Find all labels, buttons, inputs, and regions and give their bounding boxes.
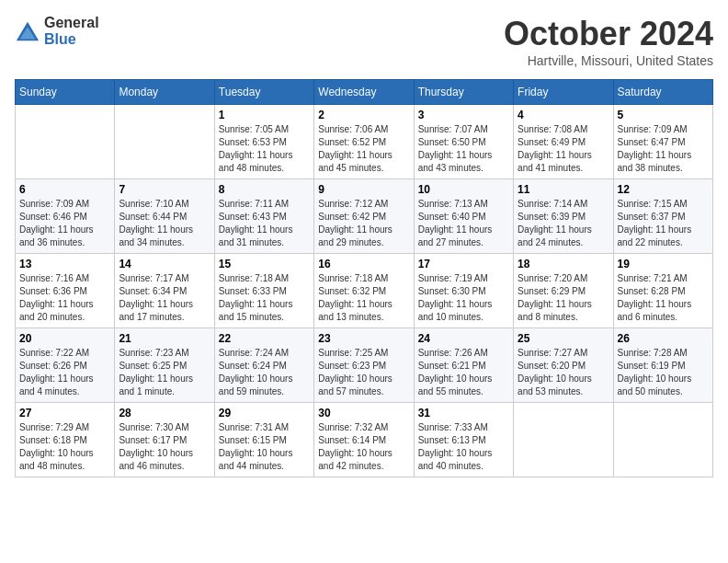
calendar-cell: 22Sunrise: 7:24 AM Sunset: 6:24 PM Dayli… — [214, 328, 313, 403]
day-number: 17 — [418, 258, 509, 270]
calendar-cell: 13Sunrise: 7:16 AM Sunset: 6:36 PM Dayli… — [16, 254, 115, 328]
day-number: 21 — [119, 332, 210, 345]
calendar-week-row: 27Sunrise: 7:29 AM Sunset: 6:18 PM Dayli… — [16, 403, 713, 477]
calendar-header-row: SundayMondayTuesdayWednesdayThursdayFrid… — [16, 80, 713, 105]
logo-text: General Blue — [44, 15, 99, 47]
calendar-cell: 7Sunrise: 7:10 AM Sunset: 6:44 PM Daylig… — [115, 179, 214, 254]
calendar-cell: 3Sunrise: 7:07 AM Sunset: 6:50 PM Daylig… — [414, 105, 513, 179]
logo-blue: Blue — [44, 31, 99, 48]
calendar-cell: 20Sunrise: 7:22 AM Sunset: 6:26 PM Dayli… — [16, 328, 115, 403]
calendar-cell: 30Sunrise: 7:32 AM Sunset: 6:14 PM Dayli… — [314, 403, 414, 477]
calendar-cell: 9Sunrise: 7:12 AM Sunset: 6:42 PM Daylig… — [314, 179, 414, 254]
calendar-cell: 10Sunrise: 7:13 AM Sunset: 6:40 PM Dayli… — [414, 179, 513, 254]
calendar-day-header: Friday — [514, 80, 613, 105]
calendar-day-header: Tuesday — [214, 80, 313, 105]
calendar-cell: 24Sunrise: 7:26 AM Sunset: 6:21 PM Dayli… — [414, 328, 513, 403]
day-info: Sunrise: 7:25 AM Sunset: 6:23 PM Dayligh… — [318, 347, 409, 398]
day-info: Sunrise: 7:24 AM Sunset: 6:24 PM Dayligh… — [219, 347, 310, 398]
calendar-cell: 1Sunrise: 7:05 AM Sunset: 6:53 PM Daylig… — [214, 105, 313, 179]
day-info: Sunrise: 7:30 AM Sunset: 6:17 PM Dayligh… — [119, 421, 210, 473]
day-number: 15 — [219, 258, 310, 270]
day-info: Sunrise: 7:33 AM Sunset: 6:13 PM Dayligh… — [418, 421, 509, 473]
day-number: 7 — [119, 183, 210, 196]
day-info: Sunrise: 7:14 AM Sunset: 6:39 PM Dayligh… — [518, 198, 609, 249]
calendar-cell — [514, 403, 613, 477]
day-info: Sunrise: 7:13 AM Sunset: 6:40 PM Dayligh… — [418, 198, 509, 249]
day-info: Sunrise: 7:11 AM Sunset: 6:43 PM Dayligh… — [219, 198, 310, 249]
day-number: 26 — [618, 332, 709, 345]
day-number: 16 — [318, 258, 409, 270]
day-number: 3 — [418, 109, 509, 121]
calendar-cell: 8Sunrise: 7:11 AM Sunset: 6:43 PM Daylig… — [214, 179, 313, 254]
day-info: Sunrise: 7:21 AM Sunset: 6:28 PM Dayligh… — [618, 272, 709, 324]
day-info: Sunrise: 7:06 AM Sunset: 6:52 PM Dayligh… — [318, 123, 409, 175]
day-info: Sunrise: 7:18 AM Sunset: 6:33 PM Dayligh… — [219, 272, 310, 324]
day-number: 24 — [418, 332, 509, 345]
day-info: Sunrise: 7:05 AM Sunset: 6:53 PM Dayligh… — [219, 123, 310, 175]
day-number: 31 — [418, 407, 509, 419]
logo: General Blue — [15, 15, 99, 47]
calendar-cell: 15Sunrise: 7:18 AM Sunset: 6:33 PM Dayli… — [214, 254, 313, 328]
calendar-day-header: Sunday — [16, 80, 115, 105]
day-number: 6 — [19, 183, 110, 196]
day-number: 8 — [219, 183, 310, 196]
calendar-cell: 16Sunrise: 7:18 AM Sunset: 6:32 PM Dayli… — [314, 254, 414, 328]
day-info: Sunrise: 7:09 AM Sunset: 6:47 PM Dayligh… — [618, 123, 709, 175]
day-number: 5 — [618, 109, 709, 121]
day-number: 25 — [518, 332, 609, 345]
day-info: Sunrise: 7:31 AM Sunset: 6:15 PM Dayligh… — [219, 421, 310, 473]
day-number: 1 — [219, 109, 310, 121]
day-number: 29 — [219, 407, 310, 419]
day-number: 20 — [19, 332, 110, 345]
calendar-cell: 6Sunrise: 7:09 AM Sunset: 6:46 PM Daylig… — [16, 179, 115, 254]
day-info: Sunrise: 7:32 AM Sunset: 6:14 PM Dayligh… — [318, 421, 409, 473]
calendar-week-row: 6Sunrise: 7:09 AM Sunset: 6:46 PM Daylig… — [16, 179, 713, 254]
day-number: 11 — [518, 183, 609, 196]
day-info: Sunrise: 7:28 AM Sunset: 6:19 PM Dayligh… — [618, 347, 709, 398]
calendar-cell: 19Sunrise: 7:21 AM Sunset: 6:28 PM Dayli… — [613, 254, 712, 328]
calendar-table: SundayMondayTuesdayWednesdayThursdayFrid… — [15, 79, 713, 477]
day-number: 23 — [318, 332, 409, 345]
calendar-cell: 26Sunrise: 7:28 AM Sunset: 6:19 PM Dayli… — [613, 328, 712, 403]
day-number: 30 — [318, 407, 409, 419]
day-number: 13 — [19, 258, 110, 270]
day-info: Sunrise: 7:20 AM Sunset: 6:29 PM Dayligh… — [518, 272, 609, 324]
day-info: Sunrise: 7:18 AM Sunset: 6:32 PM Dayligh… — [318, 272, 409, 324]
day-info: Sunrise: 7:12 AM Sunset: 6:42 PM Dayligh… — [318, 198, 409, 249]
calendar-week-row: 1Sunrise: 7:05 AM Sunset: 6:53 PM Daylig… — [16, 105, 713, 179]
calendar-cell: 14Sunrise: 7:17 AM Sunset: 6:34 PM Dayli… — [115, 254, 214, 328]
day-info: Sunrise: 7:17 AM Sunset: 6:34 PM Dayligh… — [119, 272, 210, 324]
day-info: Sunrise: 7:09 AM Sunset: 6:46 PM Dayligh… — [19, 198, 110, 249]
calendar-cell: 17Sunrise: 7:19 AM Sunset: 6:30 PM Dayli… — [414, 254, 513, 328]
day-number: 27 — [19, 407, 110, 419]
calendar-week-row: 13Sunrise: 7:16 AM Sunset: 6:36 PM Dayli… — [16, 254, 713, 328]
calendar-day-header: Saturday — [613, 80, 712, 105]
calendar-week-row: 20Sunrise: 7:22 AM Sunset: 6:26 PM Dayli… — [16, 328, 713, 403]
day-number: 28 — [119, 407, 210, 419]
day-info: Sunrise: 7:10 AM Sunset: 6:44 PM Dayligh… — [119, 198, 210, 249]
calendar-cell: 27Sunrise: 7:29 AM Sunset: 6:18 PM Dayli… — [16, 403, 115, 477]
calendar-cell: 21Sunrise: 7:23 AM Sunset: 6:25 PM Dayli… — [115, 328, 214, 403]
day-number: 10 — [418, 183, 509, 196]
day-info: Sunrise: 7:07 AM Sunset: 6:50 PM Dayligh… — [418, 123, 509, 175]
day-number: 14 — [119, 258, 210, 270]
day-info: Sunrise: 7:15 AM Sunset: 6:37 PM Dayligh… — [618, 198, 709, 249]
calendar-day-header: Wednesday — [314, 80, 414, 105]
location: Hartville, Missouri, United States — [504, 53, 713, 68]
month-title: October 2024 — [504, 15, 713, 53]
calendar-cell: 23Sunrise: 7:25 AM Sunset: 6:23 PM Dayli… — [314, 328, 414, 403]
day-info: Sunrise: 7:27 AM Sunset: 6:20 PM Dayligh… — [518, 347, 609, 398]
day-info: Sunrise: 7:16 AM Sunset: 6:36 PM Dayligh… — [19, 272, 110, 324]
day-info: Sunrise: 7:23 AM Sunset: 6:25 PM Dayligh… — [119, 347, 210, 398]
calendar-cell: 31Sunrise: 7:33 AM Sunset: 6:13 PM Dayli… — [414, 403, 513, 477]
calendar-cell: 11Sunrise: 7:14 AM Sunset: 6:39 PM Dayli… — [514, 179, 613, 254]
calendar-cell: 25Sunrise: 7:27 AM Sunset: 6:20 PM Dayli… — [514, 328, 613, 403]
day-number: 4 — [518, 109, 609, 121]
day-number: 2 — [318, 109, 409, 121]
day-info: Sunrise: 7:26 AM Sunset: 6:21 PM Dayligh… — [418, 347, 509, 398]
title-block: October 2024 Hartville, Missouri, United… — [504, 15, 713, 68]
page-header: General Blue October 2024 Hartville, Mis… — [15, 15, 713, 68]
day-info: Sunrise: 7:19 AM Sunset: 6:30 PM Dayligh… — [418, 272, 509, 324]
day-info: Sunrise: 7:08 AM Sunset: 6:49 PM Dayligh… — [518, 123, 609, 175]
calendar-cell: 28Sunrise: 7:30 AM Sunset: 6:17 PM Dayli… — [115, 403, 214, 477]
